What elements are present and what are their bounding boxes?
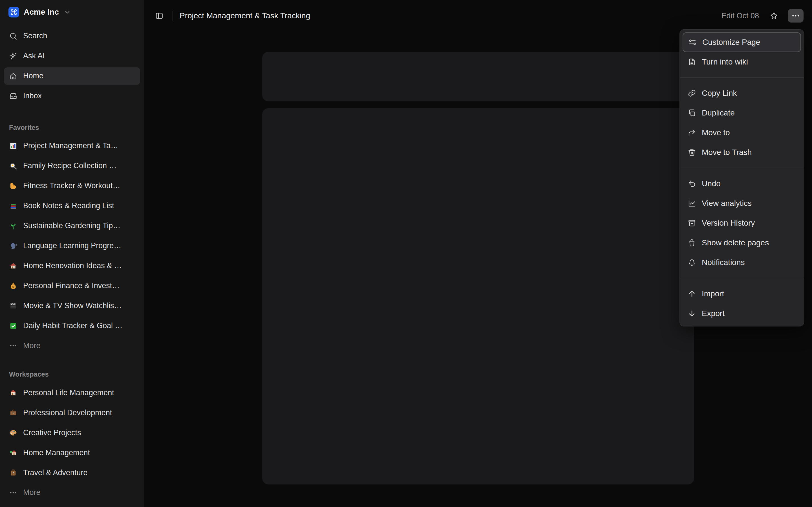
favorites-list: Project Management & Ta…Family Recipe Co… <box>4 137 140 337</box>
favorite-item-family-recipe-collection[interactable]: Family Recipe Collection … <box>4 157 140 175</box>
menu-item-undo[interactable]: Undo <box>682 174 801 193</box>
page-more-options-button[interactable] <box>788 9 804 22</box>
favorite-item-book-notes-reading-list[interactable]: Book Notes & Reading List <box>4 197 140 215</box>
cooking-icon <box>9 162 17 170</box>
favorite-item-language-learning-progre[interactable]: Language Learning Progre… <box>4 237 140 255</box>
favorite-item-movie-tv-show-watchlis[interactable]: Movie & TV Show Watchlis… <box>4 297 140 315</box>
muscle-icon <box>9 182 17 190</box>
chevron-down-icon <box>64 9 71 15</box>
sidebar: Acme Inc SearchAsk AIHomeInbox Favorites… <box>0 0 144 507</box>
menu-item-move-to-trash[interactable]: Move to Trash <box>682 143 801 162</box>
sidebar-nav: SearchAsk AIHomeInbox <box>4 27 140 107</box>
menu-item-show-delete-pages[interactable]: Show delete pages <box>682 233 801 252</box>
luggage-icon <box>9 468 17 477</box>
menu-item-move-to[interactable]: Move to <box>682 123 801 143</box>
menu-item-view-analytics[interactable]: View analytics <box>682 193 801 213</box>
sidebar-toggle-button[interactable] <box>153 9 166 22</box>
menu-item-notifications[interactable]: Notifications <box>682 252 801 272</box>
workspace-name: Acme Inc <box>24 8 59 17</box>
analytics-icon <box>688 199 696 208</box>
workspaces-header: Workspaces <box>4 371 140 378</box>
sparkles-icon <box>9 52 17 60</box>
topbar: Project Management & Task Tracking Edit … <box>144 0 812 32</box>
menu-item-copy-link[interactable]: Copy Link <box>682 83 801 103</box>
sidebar-item-home[interactable]: Home <box>4 67 140 85</box>
copy-icon <box>688 109 696 117</box>
menu-item-import[interactable]: Import <box>682 284 801 304</box>
clapper-icon <box>9 302 17 310</box>
favorite-star-button[interactable] <box>767 9 780 22</box>
topbar-divider <box>172 11 173 21</box>
workspace-logo-command-icon <box>8 7 19 17</box>
ellipsis-icon <box>9 489 17 497</box>
favorite-item-project-management-ta[interactable]: Project Management & Ta… <box>4 137 140 155</box>
check-icon <box>9 322 17 330</box>
arrow-down-icon <box>688 309 696 318</box>
menu-item-turn-into-wiki[interactable]: Turn into wiki <box>682 52 801 72</box>
speaking-head-icon <box>9 242 17 250</box>
favorites-header: Favorites <box>4 124 140 131</box>
link-icon <box>688 89 696 98</box>
menu-divider <box>680 278 804 278</box>
seedling-icon <box>9 222 17 230</box>
menu-item-customize-page[interactable]: Customize Page <box>682 33 801 52</box>
favorites-more-button[interactable]: More <box>4 337 140 354</box>
undo-icon <box>688 179 696 188</box>
menu-item-export[interactable]: Export <box>682 304 801 323</box>
favorite-item-daily-habit-tracker-goal[interactable]: Daily Habit Tracker & Goal … <box>4 317 140 335</box>
menu-item-version-history[interactable]: Version History <box>682 213 801 233</box>
topbar-actions: Edit Oct 08 <box>721 9 804 22</box>
house-icon <box>9 262 17 270</box>
workspace-item-travel-adventure[interactable]: Travel & Adventure <box>4 464 140 482</box>
house-garden-icon <box>9 448 17 457</box>
trash-lines-icon <box>688 148 696 157</box>
favorite-item-personal-finance-invest[interactable]: $Personal Finance & Invest… <box>4 277 140 295</box>
page-title: Project Management & Task Tracking <box>180 11 310 20</box>
sidebar-item-search[interactable]: Search <box>4 27 140 45</box>
file-text-icon <box>688 58 696 66</box>
palette-icon <box>9 429 17 437</box>
sidebar-item-inbox[interactable]: Inbox <box>4 87 140 105</box>
ellipsis-icon <box>9 341 17 350</box>
favorite-item-fitness-tracker-workout[interactable]: Fitness Tracker & Workout… <box>4 177 140 194</box>
workspace-item-professional-development[interactable]: Professional Development <box>4 404 140 421</box>
page-content-block[interactable] <box>262 108 694 485</box>
favorite-item-sustainable-gardening-tip[interactable]: Sustainable Gardening Tip… <box>4 217 140 235</box>
workspaces-more-button[interactable]: More <box>4 484 140 501</box>
books-icon <box>9 202 17 210</box>
workspace-switcher[interactable]: Acme Inc <box>4 3 140 21</box>
workspace-item-home-management[interactable]: Home Management <box>4 444 140 461</box>
sidebar-item-ask-ai[interactable]: Ask AI <box>4 47 140 65</box>
svg-text:$: $ <box>12 285 14 289</box>
trash-icon <box>688 238 696 247</box>
workspace-item-personal-life-management[interactable]: Personal Life Management <box>4 384 140 401</box>
briefcase-icon <box>9 408 17 417</box>
page-content <box>262 52 694 485</box>
move-to-icon <box>688 128 696 137</box>
bell-icon <box>688 258 696 267</box>
favorite-item-home-renovation-ideas[interactable]: Home Renovation Ideas & … <box>4 257 140 275</box>
menu-item-duplicate[interactable]: Duplicate <box>682 103 801 123</box>
money-bag-icon: $ <box>9 282 17 290</box>
workspaces-list: Personal Life ManagementProfessional Dev… <box>4 384 140 484</box>
menu-divider <box>680 77 804 78</box>
search-icon <box>9 32 17 40</box>
main-area: Project Management & Task Tracking Edit … <box>144 0 812 507</box>
inbox-icon <box>9 92 17 100</box>
bar-chart-icon <box>9 142 17 150</box>
page-content-block[interactable] <box>262 52 694 101</box>
home-icon <box>9 72 17 80</box>
last-edited-label: Edit Oct 08 <box>721 11 759 20</box>
workspace-item-creative-projects[interactable]: Creative Projects <box>4 424 140 441</box>
house-icon <box>9 388 17 397</box>
page-options-menu: Customize PageTurn into wikiCopy LinkDup… <box>679 29 804 327</box>
version-history-icon <box>688 219 696 227</box>
sliders-icon <box>688 38 697 47</box>
arrow-up-icon <box>688 290 696 298</box>
